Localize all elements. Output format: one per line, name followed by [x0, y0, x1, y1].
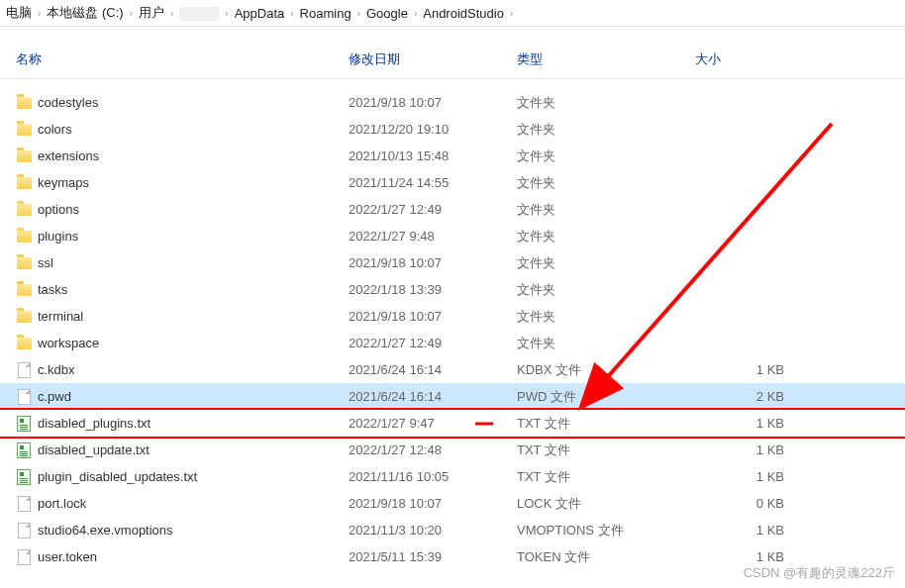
- folder-icon: [16, 148, 32, 164]
- file-name-label: keymaps: [38, 175, 89, 190]
- folder-icon: [16, 175, 32, 191]
- breadcrumb-item[interactable]: Google: [366, 6, 408, 21]
- text-file-icon: [16, 442, 32, 458]
- table-row[interactable]: c.pwd2021/6/24 16:14PWD 文件2 KB: [0, 383, 905, 410]
- file-name-label: extensions: [38, 148, 99, 163]
- file-name-label: plugins: [38, 229, 78, 244]
- file-type-cell: TXT 文件: [517, 415, 695, 433]
- chevron-right-icon: ›: [288, 8, 295, 19]
- file-name-cell: disabled_update.txt: [0, 442, 349, 458]
- table-row[interactable]: terminal2021/9/18 10:07文件夹: [0, 303, 905, 330]
- table-row[interactable]: options2022/1/27 12:49文件夹: [0, 196, 905, 223]
- file-icon: [16, 549, 32, 565]
- file-size-cell: 2 KB: [695, 389, 814, 404]
- table-row[interactable]: c.kdbx2021/6/24 16:14KDBX 文件1 KB: [0, 356, 905, 383]
- table-row[interactable]: disabled_plugins.txt2022/1/27 9:47TXT 文件…: [0, 410, 905, 437]
- breadcrumb-item[interactable]: AndroidStudio: [423, 6, 504, 21]
- table-row[interactable]: port.lock2021/9/18 10:07LOCK 文件0 KB: [0, 490, 905, 517]
- file-date-cell: 2022/1/18 13:39: [349, 282, 517, 297]
- file-type-cell: PWD 文件: [517, 388, 695, 406]
- file-name-cell: keymaps: [0, 175, 349, 191]
- header-size[interactable]: 大小: [695, 50, 814, 68]
- file-name-cell: port.lock: [0, 496, 349, 512]
- table-row[interactable]: plugins2022/1/27 9:48文件夹: [0, 223, 905, 249]
- breadcrumb-item[interactable]: Roaming: [300, 6, 352, 21]
- file-type-cell: 文件夹: [517, 281, 695, 299]
- folder-icon: [16, 282, 32, 298]
- breadcrumb-item[interactable]: 用户: [139, 4, 164, 22]
- header-type[interactable]: 类型: [517, 50, 695, 68]
- table-row[interactable]: codestyles2021/9/18 10:07文件夹: [0, 89, 905, 116]
- table-row[interactable]: user.token2021/5/11 15:39TOKEN 文件1 KB: [0, 543, 905, 570]
- file-size-cell: 1 KB: [695, 442, 814, 457]
- table-row[interactable]: workspace2022/1/27 12:49文件夹: [0, 330, 905, 356]
- file-type-cell: 文件夹: [517, 147, 695, 165]
- column-headers: 名称 修改日期 类型 大小: [0, 45, 905, 79]
- table-row[interactable]: extensions2021/10/13 15:48文件夹: [0, 143, 905, 169]
- breadcrumb-item[interactable]: AppData: [235, 6, 285, 21]
- header-date[interactable]: 修改日期: [349, 50, 517, 68]
- breadcrumb[interactable]: 电脑›本地磁盘 (C:)›用户››AppData›Roaming›Google›…: [0, 0, 905, 27]
- chevron-right-icon: ›: [223, 8, 230, 19]
- file-name-label: studio64.exe.vmoptions: [38, 523, 173, 538]
- file-date-cell: 2021/5/11 15:39: [349, 549, 517, 564]
- file-name-cell: workspace: [0, 336, 349, 351]
- table-row[interactable]: colors2021/12/20 19:10文件夹: [0, 116, 905, 143]
- folder-icon: [16, 122, 32, 138]
- chevron-right-icon: ›: [36, 8, 43, 19]
- file-date-cell: 2021/9/18 10:07: [349, 95, 517, 110]
- chevron-right-icon: ›: [412, 8, 419, 19]
- folder-icon: [16, 202, 32, 218]
- header-name[interactable]: 名称: [0, 50, 349, 68]
- file-size-cell: 1 KB: [695, 469, 814, 484]
- file-date-cell: 2022/1/27 9:48: [349, 229, 517, 244]
- file-date-cell: 2022/1/27 12:49: [349, 336, 517, 350]
- text-file-icon: [16, 416, 32, 432]
- file-icon: [16, 496, 32, 512]
- file-date-cell: 2022/1/27 12:49: [349, 202, 517, 217]
- file-name-cell: disabled_plugins.txt: [0, 416, 349, 432]
- file-date-cell: 2021/6/24 16:14: [349, 362, 517, 377]
- file-name-label: options: [38, 202, 79, 217]
- file-name-label: c.pwd: [38, 389, 71, 404]
- chevron-right-icon: ›: [355, 8, 362, 19]
- file-name-label: disabled_update.txt: [38, 442, 150, 457]
- file-type-cell: LOCK 文件: [517, 495, 695, 513]
- file-name-cell: codestyles: [0, 95, 349, 111]
- file-type-cell: KDBX 文件: [517, 361, 695, 379]
- file-size-cell: 1 KB: [695, 549, 814, 564]
- breadcrumb-item[interactable]: [179, 5, 219, 21]
- folder-icon: [16, 229, 32, 245]
- table-row[interactable]: studio64.exe.vmoptions2021/11/3 10:20VMO…: [0, 517, 905, 543]
- file-type-cell: 文件夹: [517, 121, 695, 139]
- file-type-cell: 文件夹: [517, 94, 695, 112]
- file-name-label: tasks: [38, 282, 67, 297]
- folder-icon: [16, 95, 32, 111]
- folder-icon: [16, 309, 32, 325]
- file-date-cell: 2021/11/24 14:55: [349, 175, 517, 190]
- file-date-cell: 2021/9/18 10:07: [349, 255, 517, 270]
- file-name-label: port.lock: [38, 496, 86, 511]
- file-name-label: ssl: [38, 255, 53, 270]
- file-name-cell: plugin_disabled_updates.txt: [0, 469, 349, 485]
- file-type-cell: 文件夹: [517, 254, 695, 272]
- file-date-cell: 2021/11/16 10:05: [349, 469, 517, 484]
- table-row[interactable]: plugin_disabled_updates.txt2021/11/16 10…: [0, 463, 905, 490]
- table-row[interactable]: tasks2022/1/18 13:39文件夹: [0, 276, 905, 303]
- breadcrumb-item[interactable]: 电脑: [6, 4, 32, 22]
- file-icon: [16, 362, 32, 378]
- table-row[interactable]: ssl2021/9/18 10:07文件夹: [0, 249, 905, 276]
- file-date-cell: 2021/10/13 15:48: [349, 148, 517, 163]
- file-name-label: terminal: [38, 309, 83, 324]
- file-name-label: colors: [38, 122, 72, 137]
- breadcrumb-item[interactable]: 本地磁盘 (C:): [47, 4, 123, 22]
- table-row[interactable]: keymaps2021/11/24 14:55文件夹: [0, 169, 905, 196]
- file-type-cell: TXT 文件: [517, 468, 695, 486]
- file-date-cell: 2021/6/24 16:14: [349, 389, 517, 404]
- table-row[interactable]: disabled_update.txt2022/1/27 12:48TXT 文件…: [0, 437, 905, 463]
- file-name-cell: options: [0, 202, 349, 218]
- file-type-cell: 文件夹: [517, 174, 695, 192]
- file-name-cell: colors: [0, 122, 349, 138]
- file-icon: [16, 523, 32, 539]
- file-name-label: plugin_disabled_updates.txt: [38, 469, 197, 484]
